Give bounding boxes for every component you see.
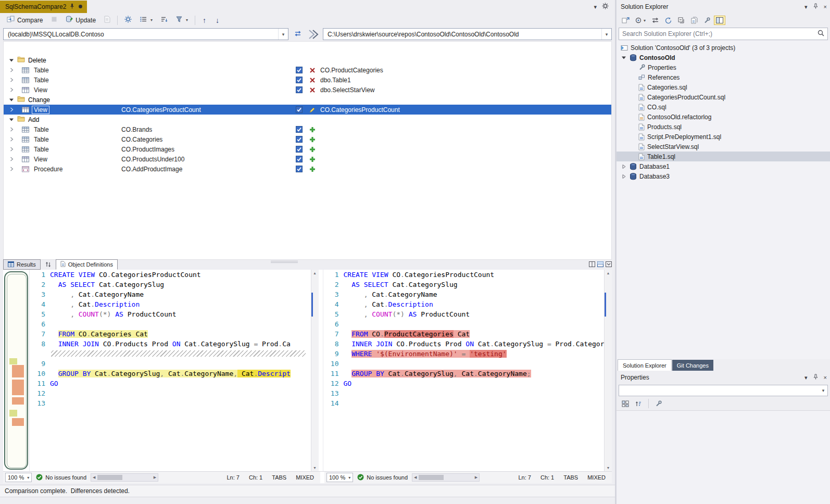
include-checkbox[interactable] <box>293 136 305 143</box>
pane-divider[interactable] <box>319 270 323 471</box>
group-by-button[interactable]: ▾ <box>136 15 156 26</box>
include-checkbox[interactable] <box>293 156 305 162</box>
include-checkbox[interactable] <box>293 146 305 153</box>
scroll-down-icon[interactable]: ▼ <box>313 464 317 471</box>
pending-changes-filter-icon[interactable]: ▾ <box>633 16 648 26</box>
search-icon[interactable] <box>814 30 827 38</box>
property-pages-wrench-icon[interactable] <box>653 399 664 409</box>
tree-item-categories-sql[interactable]: Categories.sql <box>617 82 830 92</box>
switch-views-icon[interactable] <box>649 16 661 25</box>
group-header-delete[interactable]: Delete <box>4 55 611 65</box>
row-expander-icon[interactable] <box>4 167 19 171</box>
right-horizontal-scrollbar[interactable]: ◀ ▶ <box>412 473 480 482</box>
include-checkbox[interactable] <box>293 77 305 83</box>
scroll-up-icon[interactable]: ▲ <box>607 270 610 276</box>
compare-button[interactable]: Compare <box>3 14 46 26</box>
collapse-pane-icon[interactable] <box>606 261 612 269</box>
source-database-select[interactable]: (localdb)\MSSQLLocalDB.Contoso ▾ <box>3 28 288 40</box>
document-tab[interactable]: SqlSchemaCompare2 <box>0 1 87 13</box>
scroll-right-icon[interactable]: ▶ <box>473 475 479 480</box>
compare-row[interactable]: TableCO.Brands <box>4 124 611 134</box>
tab-results[interactable]: Results <box>3 259 41 270</box>
sync-with-active-document-icon[interactable] <box>620 15 632 26</box>
include-checkbox[interactable] <box>293 166 305 172</box>
preview-selected-items-icon[interactable] <box>714 16 725 25</box>
generate-script-button[interactable] <box>100 14 114 26</box>
row-expander-icon[interactable] <box>4 137 19 142</box>
chevron-right-icon[interactable] <box>621 174 627 179</box>
tree-item-properties[interactable]: Properties <box>617 62 830 72</box>
row-expander-icon[interactable] <box>4 157 19 161</box>
row-expander-icon[interactable] <box>4 147 19 152</box>
tree-item-categoriesproductcount-sql[interactable]: CategoriesProductCount.sql <box>617 92 830 102</box>
chevron-down-icon[interactable]: ▾ <box>804 4 808 10</box>
window-gear-icon[interactable] <box>602 3 609 11</box>
properties-wrench-icon[interactable] <box>701 16 712 26</box>
scrollbar-thumb[interactable] <box>97 475 122 480</box>
include-checkbox[interactable] <box>293 106 305 113</box>
update-button[interactable]: Update <box>62 14 99 26</box>
properties-object-select[interactable]: ▾ <box>619 385 828 396</box>
tree-item-co-sql[interactable]: CO.sql <box>617 102 830 112</box>
compare-row[interactable]: ViewCO.ProductsUnder100 <box>4 154 611 164</box>
show-all-files-icon[interactable] <box>689 15 700 26</box>
tab-object-definitions[interactable]: Object Definitions <box>56 259 118 270</box>
right-zoom-select[interactable]: 100 % ▾ <box>326 473 353 482</box>
scroll-left-icon[interactable]: ◀ <box>412 475 418 480</box>
group-header-add[interactable]: Add <box>4 115 611 124</box>
chevron-down-icon[interactable] <box>621 55 627 60</box>
sort-button[interactable] <box>157 15 171 26</box>
stop-button[interactable] <box>47 15 61 26</box>
chevron-down-icon[interactable] <box>9 96 14 104</box>
source-definition-pane[interactable]: 1CREATE VIEW CO.CategoriesProductCount2 … <box>29 270 319 471</box>
target-definition-pane[interactable]: 1CREATE VIEW CO.CategoriesProductCount2 … <box>323 270 612 471</box>
chevron-right-icon[interactable] <box>621 164 627 169</box>
row-expander-icon[interactable] <box>4 87 19 92</box>
scroll-left-icon[interactable]: ◀ <box>91 475 97 480</box>
swap-source-target-button[interactable] <box>291 29 305 40</box>
sort-results-button[interactable] <box>43 260 54 270</box>
previous-difference-button[interactable]: ↑ <box>198 15 210 26</box>
left-horizontal-scrollbar[interactable]: ◀ ▶ <box>91 473 158 482</box>
tab-git-changes[interactable]: Git Changes <box>672 360 713 371</box>
include-checkbox[interactable] <box>293 126 305 133</box>
document-list-dropdown-icon[interactable]: ▾ <box>594 4 597 10</box>
pin-icon[interactable] <box>813 374 819 381</box>
options-button[interactable] <box>121 14 135 26</box>
chevron-down-icon[interactable] <box>9 57 14 64</box>
tree-item-table1-sql[interactable]: Table1.sql <box>617 152 830 161</box>
tree-item-contosoold[interactable]: ContosoOld <box>617 53 830 62</box>
group-header-change[interactable]: Change <box>4 95 611 105</box>
compare-row[interactable]: ProcedureCO.AddProductImage <box>4 164 611 174</box>
scrollbar-thumb[interactable] <box>419 475 444 480</box>
chevron-down-icon[interactable]: ▾ <box>804 375 808 381</box>
compare-row[interactable]: ViewCO.CategoriesProductCountCO.Categori… <box>4 105 611 115</box>
tree-item-contosoold-refactorlog[interactable]: ContosoOld.refactorlog <box>617 112 830 122</box>
splitter-grip[interactable] <box>271 261 298 263</box>
target-project-select[interactable]: C:\Users\drskwier\source\repos\ContosoOl… <box>323 28 612 40</box>
split-horizontal-icon[interactable] <box>597 261 603 269</box>
left-zoom-select[interactable]: 100 % ▾ <box>5 473 32 482</box>
scroll-up-icon[interactable]: ▲ <box>313 270 317 276</box>
row-expander-icon[interactable] <box>4 78 19 82</box>
row-expander-icon[interactable] <box>4 68 19 72</box>
row-expander-icon[interactable] <box>4 107 19 112</box>
right-vertical-scrollbar[interactable]: ▲ ▼ <box>604 270 612 471</box>
pin-icon[interactable] <box>69 3 75 10</box>
tree-item-selectstarview-sql[interactable]: SelectStarView.sql <box>617 142 830 152</box>
close-icon[interactable]: × <box>824 4 827 10</box>
compare-row[interactable]: TableCO.ProductImages <box>4 144 611 154</box>
filter-button[interactable]: ▾ <box>172 15 192 26</box>
scroll-down-icon[interactable]: ▼ <box>607 464 610 471</box>
alphabetical-sort-icon[interactable] <box>633 399 644 409</box>
close-icon[interactable]: × <box>824 375 827 381</box>
tab-solution-explorer[interactable]: Solution Explorer <box>618 359 672 371</box>
categorized-icon[interactable] <box>620 399 631 409</box>
include-checkbox[interactable] <box>293 86 305 93</box>
next-difference-button[interactable]: ↓ <box>211 15 223 26</box>
refresh-icon[interactable] <box>663 16 674 26</box>
tree-item-database3[interactable]: Database3 <box>617 171 830 181</box>
pin-icon[interactable] <box>813 3 819 10</box>
tree-item-references[interactable]: References <box>617 72 830 82</box>
diff-overview-spine[interactable] <box>3 270 29 471</box>
